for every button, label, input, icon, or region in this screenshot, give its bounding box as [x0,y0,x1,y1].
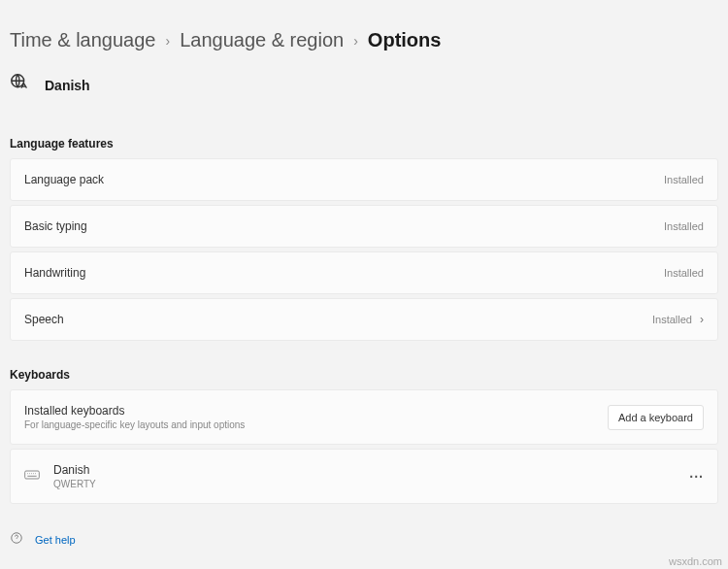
feature-status-text: Installed [652,314,692,325]
keyboard-icon [24,468,40,485]
feature-language-pack[interactable]: Language pack Installed [10,158,718,201]
language-header: Danish [10,73,718,98]
keyboards-header-card: Installed keyboards For language-specifi… [10,389,718,445]
keyboards-list: Installed keyboards For language-specifi… [10,389,718,504]
keyboard-item[interactable]: Danish QWERTY ··· [10,449,718,504]
help-row: Get help [10,531,718,549]
feature-title: Speech [24,313,64,326]
help-icon [10,531,23,549]
svg-rect-1 [25,471,40,479]
chevron-right-icon: › [353,33,358,49]
keyboard-layout: QWERTY [53,479,96,489]
chevron-right-icon: › [700,313,704,326]
more-options-icon[interactable]: ··· [689,469,704,485]
breadcrumb-time-language[interactable]: Time & language [10,29,155,51]
feature-status: Installed [664,220,704,232]
add-keyboard-button[interactable]: Add a keyboard [608,405,704,430]
breadcrumb: Time & language › Language & region › Op… [10,29,718,51]
keyboards-header-sub: For language-specific key layouts and in… [24,419,245,430]
keyboards-header-title: Installed keyboards [24,404,245,418]
watermark: wsxdn.com [669,555,722,567]
section-label-features: Language features [10,137,718,151]
features-list: Language pack Installed Basic typing Ins… [10,158,718,341]
get-help-link[interactable]: Get help [35,534,76,546]
feature-speech[interactable]: Speech Installed › [10,298,718,341]
keyboard-name: Danish [53,463,96,477]
breadcrumb-language-region[interactable]: Language & region [180,29,344,51]
language-name: Danish [45,78,90,93]
feature-title: Basic typing [24,219,87,233]
feature-handwriting[interactable]: Handwriting Installed [10,251,718,294]
feature-status: Installed › [652,313,704,326]
feature-basic-typing[interactable]: Basic typing Installed [10,205,718,248]
breadcrumb-options: Options [368,29,442,51]
chevron-right-icon: › [165,33,170,49]
feature-title: Language pack [24,173,104,186]
section-label-keyboards: Keyboards [10,368,718,382]
feature-status: Installed [664,174,704,185]
globe-language-icon [10,73,31,98]
feature-title: Handwriting [24,266,85,280]
feature-status: Installed [664,267,704,279]
